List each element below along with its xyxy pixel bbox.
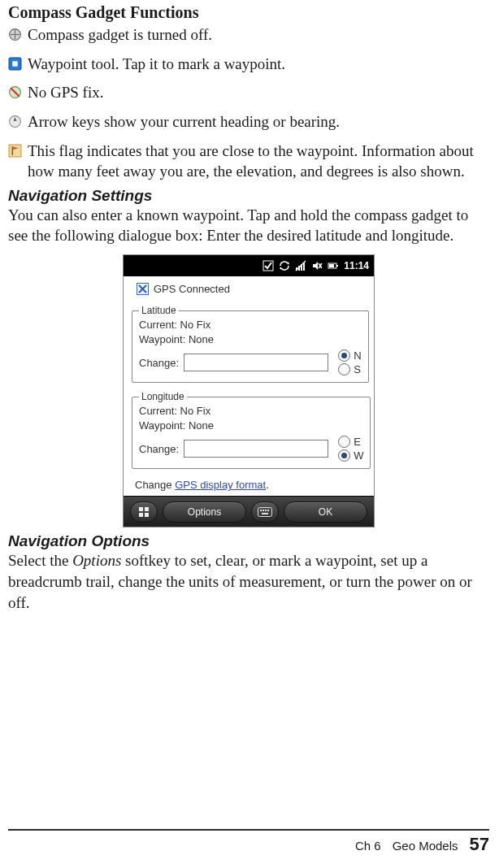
flag-icon bbox=[8, 144, 22, 158]
latitude-radio-s[interactable] bbox=[338, 363, 350, 375]
change-format-suffix: . bbox=[266, 479, 269, 491]
keyboard-icon bbox=[258, 507, 272, 517]
svg-rect-34 bbox=[263, 510, 264, 511]
text-compass-off: Compass gadget is turned off. bbox=[28, 24, 489, 46]
latitude-radio-n[interactable] bbox=[338, 349, 350, 362]
latitude-legend: Latitude bbox=[139, 305, 179, 316]
change-gps-format-line: Change GPS display format. bbox=[132, 477, 366, 496]
svg-rect-4 bbox=[12, 61, 17, 66]
sync-icon bbox=[279, 260, 290, 271]
device-softkey-bar: Options OK bbox=[124, 496, 374, 527]
svg-rect-9 bbox=[9, 145, 21, 157]
svg-rect-29 bbox=[145, 507, 149, 511]
heading-nav-settings: Navigation Settings bbox=[8, 187, 489, 205]
latitude-fieldset: Latitude Current: No Fix Waypoint: None … bbox=[132, 305, 369, 383]
nav-options-prefix: Select the bbox=[8, 552, 72, 569]
compass-off-icon bbox=[8, 28, 22, 41]
no-gps-icon bbox=[8, 85, 22, 99]
longitude-legend: Longitude bbox=[139, 391, 187, 402]
nav-options-italic: Options bbox=[72, 552, 121, 569]
text-nav-options: Select the Options softkey to set, clear… bbox=[8, 550, 489, 613]
longitude-w-label: W bbox=[354, 449, 363, 462]
signal-off-icon bbox=[295, 260, 306, 271]
svg-rect-36 bbox=[267, 510, 269, 511]
text-no-gps: No GPS fix. bbox=[28, 82, 489, 103]
svg-rect-35 bbox=[265, 510, 267, 511]
footer-page-number: 57 bbox=[470, 834, 489, 855]
footer-chapter: Ch 6 bbox=[355, 839, 381, 853]
battery-icon bbox=[328, 260, 339, 271]
svg-rect-25 bbox=[329, 264, 334, 267]
latitude-input[interactable] bbox=[184, 354, 328, 371]
svg-rect-33 bbox=[260, 510, 262, 511]
gps-connected-label: GPS Connected bbox=[154, 283, 230, 295]
heading-compass-functions: Compass Gadget Functions bbox=[8, 3, 489, 22]
longitude-waypoint: Waypoint: None bbox=[139, 419, 363, 433]
text-nav-settings: You can also enter a known waypoint. Tap… bbox=[8, 205, 489, 246]
windows-icon bbox=[137, 506, 150, 519]
longitude-current: Current: No Fix bbox=[139, 404, 363, 419]
latitude-waypoint: Waypoint: None bbox=[139, 332, 362, 347]
svg-rect-37 bbox=[262, 513, 268, 514]
gps-connected-checkbox[interactable] bbox=[137, 283, 149, 295]
device-status-bar: 11:14 bbox=[124, 255, 374, 276]
svg-marker-20 bbox=[313, 262, 318, 270]
ok-softkey[interactable]: OK bbox=[284, 501, 367, 523]
options-softkey[interactable]: Options bbox=[163, 501, 246, 523]
change-format-prefix: Change bbox=[135, 479, 175, 491]
gps-display-format-link[interactable]: GPS display format bbox=[175, 479, 266, 491]
longitude-input[interactable] bbox=[184, 440, 328, 458]
waypoint-tool-icon bbox=[8, 57, 22, 71]
svg-marker-14 bbox=[280, 267, 281, 270]
svg-rect-30 bbox=[139, 513, 143, 517]
longitude-radio-e[interactable] bbox=[338, 436, 350, 448]
longitude-fieldset: Longitude Current: No Fix Waypoint: None… bbox=[132, 391, 371, 469]
longitude-radio-w[interactable] bbox=[338, 449, 350, 462]
keyboard-softkey[interactable] bbox=[251, 501, 279, 523]
text-arrow-keys: Arrow keys show your current heading or … bbox=[28, 111, 489, 132]
latitude-current: Current: No Fix bbox=[139, 318, 362, 332]
svg-rect-31 bbox=[145, 513, 149, 517]
page-footer: Ch 6 Geo Models 57 bbox=[8, 829, 489, 855]
check-icon bbox=[263, 260, 274, 271]
heading-nav-options: Navigation Options bbox=[8, 532, 489, 550]
longitude-e-label: E bbox=[354, 436, 361, 448]
longitude-change-label: Change: bbox=[139, 443, 179, 455]
text-flag: This flag indicates that you are close t… bbox=[28, 141, 489, 182]
footer-title: Geo Models bbox=[393, 839, 458, 853]
latitude-n-label: N bbox=[354, 349, 361, 362]
device-screenshot: 11:14 GPS Connected Latitude Current: No… bbox=[123, 254, 375, 527]
svg-rect-28 bbox=[139, 507, 143, 511]
svg-rect-24 bbox=[336, 265, 338, 267]
svg-marker-13 bbox=[288, 262, 289, 265]
latitude-change-label: Change: bbox=[139, 357, 179, 369]
text-waypoint-tool: Waypoint tool. Tap it to mark a waypoint… bbox=[28, 54, 489, 75]
arrow-keys-icon bbox=[8, 115, 22, 128]
status-time: 11:14 bbox=[344, 260, 369, 271]
volume-mute-icon bbox=[311, 260, 323, 271]
latitude-s-label: S bbox=[354, 363, 361, 375]
start-button[interactable] bbox=[130, 501, 158, 523]
svg-rect-32 bbox=[258, 507, 272, 516]
